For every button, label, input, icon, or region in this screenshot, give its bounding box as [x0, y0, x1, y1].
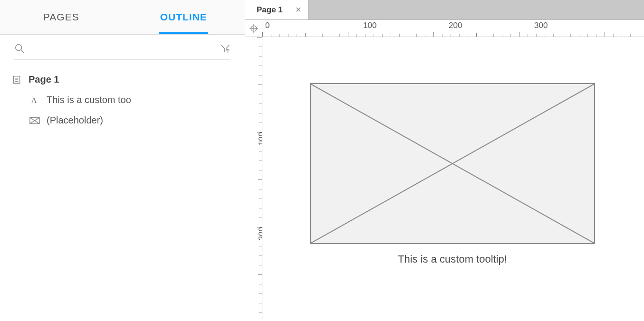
placeholder-icon	[29, 115, 40, 126]
outline-tree: Page 1 A This is a custom too	[0, 60, 245, 140]
canvas-tabs: Page 1 ✕	[245, 0, 644, 20]
svg-point-0	[16, 45, 22, 51]
tab-pages-label: PAGES	[43, 11, 79, 23]
search-input[interactable]	[29, 44, 215, 54]
tree-item-text[interactable]: A This is a custom too	[11, 90, 233, 110]
close-icon[interactable]: ✕	[295, 5, 301, 14]
ruler-origin[interactable]	[245, 20, 262, 37]
h-ruler-label: 100	[363, 21, 376, 30]
tree-item-text-label: This is a custom too	[47, 94, 131, 105]
tab-outline[interactable]: OUTLINE	[123, 0, 245, 34]
page-icon	[11, 75, 22, 85]
search-icon[interactable]	[14, 43, 25, 54]
tree-root-label: Page 1	[29, 74, 59, 85]
tooltip-text-widget[interactable]: This is a custom tooltip!	[310, 253, 595, 265]
h-ruler-label: 300	[534, 21, 548, 30]
sidebar: PAGES OUTLINE	[0, 0, 245, 321]
tree-item-placeholder-label: (Placeholder)	[47, 115, 103, 126]
tab-pages[interactable]: PAGES	[0, 0, 123, 34]
tree-root[interactable]: Page 1	[11, 69, 233, 90]
h-ruler-label: 200	[449, 21, 462, 30]
canvas-tab-label: Page 1	[257, 5, 283, 15]
svg-line-1	[21, 50, 24, 53]
app-root: PAGES OUTLINE	[0, 0, 644, 321]
search-row	[14, 35, 231, 60]
canvas[interactable]: This is a custom tooltip!	[262, 37, 644, 321]
main-area: Page 1 ✕ 0 100 200 300 0 100 200	[245, 0, 644, 321]
horizontal-ruler[interactable]: 0 100 200 300	[262, 20, 644, 37]
tab-outline-label: OUTLINE	[160, 11, 207, 23]
vertical-ruler[interactable]: 0 100 200	[245, 37, 262, 321]
sidebar-tabs: PAGES OUTLINE	[0, 0, 245, 35]
placeholder-widget[interactable]	[310, 83, 595, 244]
tree-item-placeholder[interactable]: (Placeholder)	[11, 110, 233, 131]
h-ruler-label: 0	[265, 21, 269, 30]
filter-icon[interactable]	[220, 43, 231, 54]
text-icon: A	[29, 95, 40, 105]
canvas-tab-active[interactable]: Page 1 ✕	[245, 0, 308, 19]
svg-text:A: A	[31, 95, 37, 104]
